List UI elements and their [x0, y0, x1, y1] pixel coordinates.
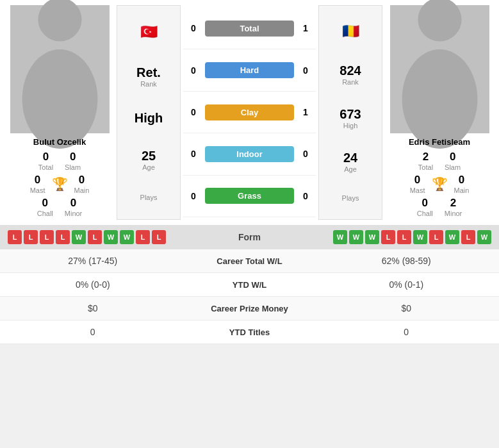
right-age-value: 24 — [343, 151, 357, 165]
stats-row-left: $0 — [0, 303, 186, 313]
right-age-block: 24 Age — [343, 151, 357, 173]
form-badge-right: L — [429, 230, 443, 244]
left-rank-value: Ret. — [136, 65, 161, 80]
indoor-button[interactable]: Indoor — [205, 146, 294, 162]
form-badge-left: L — [136, 230, 150, 244]
right-age-label: Age — [343, 165, 357, 173]
stats-row: 27% (17-45) Career Total W/L 62% (98-59) — [0, 249, 499, 273]
form-badge-left: W — [104, 230, 118, 244]
clay-button[interactable]: Clay — [205, 104, 294, 120]
left-clay-score: 0 — [184, 107, 202, 117]
right-total-score: 1 — [297, 23, 315, 33]
right-slam-stat: 0 Slam — [445, 151, 461, 171]
left-main-value: 0 — [74, 174, 90, 187]
left-age-value: 25 — [142, 149, 156, 163]
right-flag: 🇷🇴 — [342, 23, 359, 40]
stats-row-right: 0% (0-1) — [314, 279, 500, 290]
right-chall-stat: 0 Chall — [417, 197, 433, 217]
right-grass-score: 0 — [297, 191, 315, 201]
form-badge-left: L — [8, 230, 22, 244]
stats-row-center: Career Total W/L — [186, 256, 314, 266]
grass-row: 0 Grass 0 — [183, 176, 316, 217]
left-rank-block: Ret. Rank — [136, 65, 161, 88]
right-main-stat: 0 Main — [454, 174, 470, 194]
left-total-score: 0 — [184, 23, 202, 33]
center-panel: 0 Total 1 0 Hard 0 0 Clay 1 0 Indoor 0 0 — [183, 5, 316, 220]
indoor-row: 0 Indoor 0 — [183, 133, 316, 175]
right-chall-value: 0 — [417, 197, 433, 210]
right-plays-block: Plays — [342, 194, 359, 202]
total-row: 0 Total 1 — [183, 8, 316, 49]
left-indoor-score: 0 — [184, 149, 202, 159]
right-high-block: 673 High — [339, 107, 361, 129]
left-flag: 🇹🇷 — [140, 24, 158, 40]
right-hard-score: 0 — [297, 65, 315, 76]
left-form-badges: LLLLWLWWLL — [8, 230, 166, 244]
left-player-name: Bulut Ozcelik — [33, 137, 86, 147]
form-badge-left: L — [88, 230, 102, 244]
svg-point-2 — [418, 0, 461, 42]
left-plays-label: Plays — [140, 194, 158, 201]
form-badge-right: W — [477, 230, 491, 244]
left-chall-value: 0 — [37, 197, 53, 210]
right-minor-label: Minor — [445, 210, 462, 217]
right-slam-value: 0 — [445, 151, 461, 163]
main-container: Bulut Ozcelik 0 Total 0 Slam 0 Mast 🏆 — [0, 0, 499, 344]
stats-row-left: 0% (0-0) — [0, 279, 186, 290]
right-slam-label: Slam — [445, 163, 461, 171]
right-mast-stat: 0 Mast — [410, 174, 425, 194]
svg-point-0 — [38, 0, 81, 42]
right-total-value: 2 — [418, 151, 433, 163]
trophy-icon-left: 🏆 — [52, 176, 68, 192]
stats-row: $0 Career Prize Money $0 — [0, 297, 499, 320]
form-badge-left: L — [40, 230, 54, 244]
stats-row-center: YTD Titles — [186, 328, 314, 337]
right-form-badges: WWWLLWLWLW — [333, 230, 491, 244]
stats-row-right: 62% (98-59) — [314, 256, 500, 266]
left-player-photo — [10, 5, 110, 133]
right-total-label: Total — [418, 163, 433, 171]
form-badge-right: W — [413, 230, 427, 244]
form-badge-right: W — [333, 230, 347, 244]
stats-row-left: 27% (17-45) — [0, 256, 186, 266]
right-minor-stat: 2 Minor — [445, 197, 462, 217]
left-mast-label: Mast — [30, 187, 45, 194]
right-player-name: Edris Fetisleam — [409, 137, 470, 147]
left-minor-value: 0 — [65, 197, 83, 210]
form-badge-right: W — [365, 230, 379, 244]
left-rank-label: Rank — [136, 80, 161, 88]
stats-row: 0% (0-0) YTD W/L 0% (0-1) — [0, 273, 499, 297]
left-player-col: Bulut Ozcelik 0 Total 0 Slam 0 Mast 🏆 — [5, 5, 114, 220]
left-mast-stat: 0 Mast — [30, 174, 45, 194]
left-total-value: 0 — [38, 151, 53, 163]
grass-button[interactable]: Grass — [205, 188, 294, 204]
right-plays-label: Plays — [342, 194, 359, 202]
left-total-label: Total — [38, 163, 53, 171]
form-label: Form — [238, 232, 261, 242]
stats-row-right: $0 — [314, 303, 500, 313]
right-rank-block: 824 Rank — [339, 63, 361, 86]
hard-button[interactable]: Hard — [205, 62, 294, 78]
right-total-stat: 2 Total — [418, 151, 433, 171]
right-mast-value: 0 — [410, 174, 425, 187]
stats-row-left: 0 — [0, 327, 186, 337]
hard-row: 0 Hard 0 — [183, 49, 316, 91]
form-badge-right: W — [349, 230, 363, 244]
right-player-photo — [390, 5, 489, 133]
left-hard-score: 0 — [184, 65, 202, 76]
right-high-label: High — [339, 122, 361, 129]
right-indoor-score: 0 — [297, 149, 315, 159]
form-badge-left: L — [56, 230, 70, 244]
left-main-stat: 0 Main — [74, 174, 90, 194]
total-button[interactable]: Total — [205, 21, 294, 37]
form-badge-right: W — [445, 230, 459, 244]
form-badge-left: W — [120, 230, 134, 244]
form-badge-left: L — [152, 230, 166, 244]
left-slam-value: 0 — [65, 151, 81, 163]
form-badge-left: L — [24, 230, 38, 244]
left-high-block: High — [135, 111, 163, 126]
left-age-block: 25 Age — [142, 149, 156, 171]
left-slam-stat: 0 Slam — [65, 151, 81, 171]
left-total-stat: 0 Total — [38, 151, 53, 171]
left-main-label: Main — [74, 187, 90, 194]
